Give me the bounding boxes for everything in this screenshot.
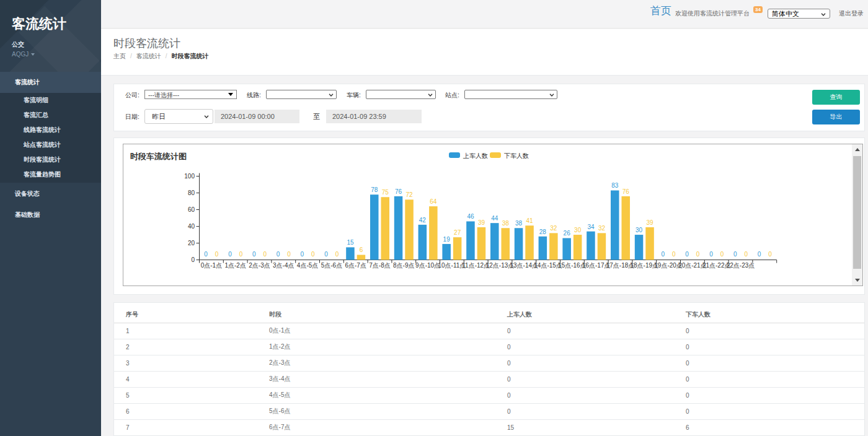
- svg-text:0: 0: [696, 251, 700, 258]
- svg-text:0: 0: [252, 251, 256, 258]
- svg-text:0: 0: [204, 251, 208, 258]
- svg-text:7点-8点: 7点-8点: [369, 262, 390, 269]
- svg-text:44: 44: [491, 215, 498, 222]
- svg-text:1点-2点: 1点-2点: [224, 262, 246, 269]
- svg-text:64: 64: [430, 198, 437, 205]
- svg-text:76: 76: [622, 188, 630, 195]
- svg-text:0: 0: [277, 251, 280, 258]
- svg-text:22点-23点: 22点-23点: [727, 262, 755, 269]
- svg-text:40: 40: [188, 223, 195, 230]
- svg-text:27: 27: [454, 229, 461, 236]
- svg-text:20: 20: [188, 240, 195, 246]
- svg-text:38: 38: [502, 220, 510, 227]
- svg-text:19: 19: [443, 236, 451, 243]
- svg-text:0: 0: [228, 251, 232, 258]
- svg-text:75: 75: [382, 189, 389, 196]
- svg-text:0: 0: [287, 251, 291, 258]
- svg-text:41: 41: [526, 217, 533, 224]
- svg-text:0: 0: [768, 251, 772, 258]
- svg-text:0: 0: [301, 251, 304, 258]
- svg-text:15: 15: [347, 239, 354, 246]
- svg-text:38: 38: [515, 220, 523, 227]
- svg-text:0: 0: [335, 251, 339, 258]
- svg-text:0: 0: [733, 251, 737, 258]
- svg-text:39: 39: [646, 219, 653, 226]
- svg-text:100: 100: [184, 173, 195, 180]
- svg-text:0: 0: [672, 251, 676, 258]
- svg-text:32: 32: [550, 225, 557, 232]
- svg-text:0: 0: [720, 251, 724, 258]
- svg-text:0: 0: [239, 251, 243, 258]
- svg-text:32: 32: [598, 225, 606, 232]
- svg-text:0: 0: [191, 256, 195, 263]
- svg-text:6: 6: [360, 246, 363, 253]
- svg-text:46: 46: [467, 213, 474, 220]
- svg-text:30: 30: [574, 227, 582, 233]
- svg-text:6点-7点: 6点-7点: [345, 262, 366, 269]
- svg-text:34: 34: [587, 224, 595, 230]
- svg-text:5点-6点: 5点-6点: [321, 262, 342, 269]
- svg-text:80: 80: [188, 190, 195, 196]
- svg-text:9点-10点: 9点-10点: [415, 262, 440, 269]
- svg-text:0: 0: [324, 251, 328, 258]
- svg-text:76: 76: [395, 188, 402, 195]
- svg-text:83: 83: [611, 182, 619, 189]
- svg-text:39: 39: [478, 219, 485, 226]
- svg-text:3点-4点: 3点-4点: [273, 262, 294, 269]
- svg-text:28: 28: [539, 229, 547, 235]
- svg-text:0: 0: [744, 251, 748, 258]
- svg-text:0: 0: [685, 251, 689, 258]
- svg-text:8点-9点: 8点-9点: [393, 262, 414, 269]
- svg-text:78: 78: [371, 186, 378, 193]
- svg-text:2点-3点: 2点-3点: [249, 262, 270, 269]
- svg-text:0: 0: [311, 251, 315, 258]
- svg-text:60: 60: [188, 206, 195, 213]
- svg-text:26: 26: [564, 230, 571, 237]
- svg-text:0: 0: [215, 251, 219, 258]
- svg-text:0: 0: [662, 251, 665, 258]
- svg-text:0: 0: [263, 251, 267, 258]
- svg-text:30: 30: [636, 227, 643, 233]
- svg-text:0点-1点: 0点-1点: [201, 262, 222, 269]
- svg-text:0: 0: [758, 251, 761, 258]
- svg-text:4点-5点: 4点-5点: [297, 262, 318, 269]
- svg-text:42: 42: [419, 217, 427, 224]
- svg-text:0: 0: [709, 251, 713, 258]
- svg-text:72: 72: [405, 191, 413, 198]
